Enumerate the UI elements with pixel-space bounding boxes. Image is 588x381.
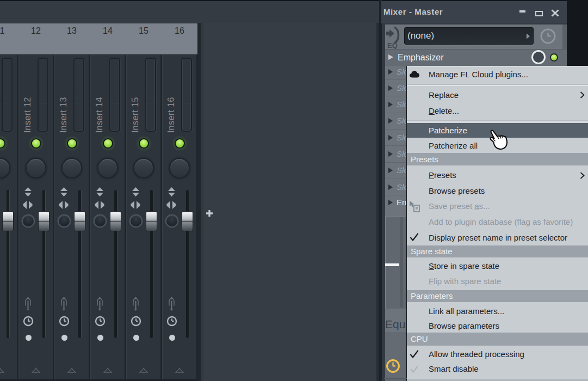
svg-text:EQ: EQ — [387, 41, 398, 50]
